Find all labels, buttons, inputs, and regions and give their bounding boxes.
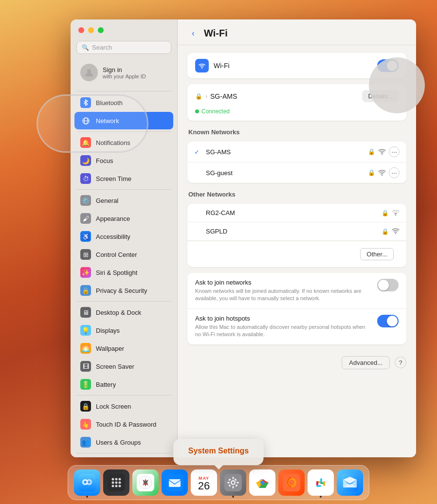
ask-join-toggle[interactable] <box>377 279 399 291</box>
main-content: ‹ Wi-Fi Wi-Fi <box>178 19 416 457</box>
dock-slack[interactable] <box>308 469 334 496</box>
sidebar-item-label: Touch ID & Password <box>96 421 156 428</box>
close-button[interactable] <box>78 27 84 33</box>
bluetooth-icon <box>80 97 91 108</box>
help-button[interactable]: ? <box>395 357 406 368</box>
known-network-row[interactable]: ✓ SG-AMS 🔒 ··· <box>187 142 406 162</box>
sidebar-item-label: Displays <box>96 327 120 334</box>
siri-icon: ✨ <box>80 267 91 278</box>
sidebar-item-accessibility[interactable]: ♿ Accessibility <box>74 228 173 245</box>
sidebar-item-battery[interactable]: 🔋 Battery <box>74 376 173 393</box>
users-icon: 👥 <box>80 437 91 448</box>
other-network-row[interactable]: ✓ RG2-CAM 🔒 <box>187 204 406 222</box>
dock-finder[interactable] <box>74 469 100 496</box>
minimize-button[interactable] <box>88 27 94 33</box>
network-row-icons: 🔒 ··· <box>368 146 400 157</box>
network-name: SG-AMS <box>206 148 231 156</box>
network-row-icons: 🔒 ··· <box>368 167 400 178</box>
dock-firefox[interactable] <box>278 469 305 496</box>
sidebar-item-label: Users & Groups <box>96 439 141 446</box>
sidebar-item-screentime[interactable]: ⏱ Screen Time <box>74 170 173 187</box>
dock: MAY 26 <box>68 465 369 500</box>
network-name: RG2-CAM <box>206 209 235 216</box>
search-input[interactable]: Search <box>92 44 112 51</box>
more-button[interactable]: ··· <box>389 167 400 178</box>
other-network-button[interactable]: Other... <box>360 248 394 260</box>
known-networks-list: ✓ SG-AMS 🔒 ··· <box>187 142 406 183</box>
sidebar-item-notifications[interactable]: 🔔 Notifications <box>74 134 173 151</box>
touchid-icon: 👆 <box>80 419 91 430</box>
sidebar-item-displays[interactable]: 💡 Displays <box>74 322 173 339</box>
sidebar-item-desktop[interactable]: 🖥 Desktop & Dock <box>74 304 173 321</box>
apple-id-item[interactable]: Sign in with your Apple ID <box>74 60 173 85</box>
dock-calendar[interactable]: MAY 26 <box>191 469 217 496</box>
sidebar-item-bluetooth[interactable]: Bluetooth <box>74 94 173 111</box>
svg-rect-55 <box>323 481 325 486</box>
svg-rect-31 <box>169 479 181 487</box>
ask-hotspot-toggle[interactable] <box>377 315 399 327</box>
search-box[interactable]: 🔍 Search <box>76 41 171 54</box>
bottom-actions: Advanced... ? <box>178 352 416 377</box>
wifi-toggle[interactable] <box>377 59 399 72</box>
svg-point-4 <box>201 68 202 69</box>
sidebar-item-screensaver[interactable]: 🎞 Screen Saver <box>74 358 173 375</box>
avatar <box>80 64 98 81</box>
connected-text: Connected <box>201 108 230 115</box>
sidebar-item-label: Battery <box>96 381 116 388</box>
ask-hotspot-item: Ask to join hotspots Allow this Mac to a… <box>187 309 406 344</box>
sidebar-item-focus[interactable]: 🌙 Focus <box>74 152 173 169</box>
sidebar-item-controlcenter[interactable]: ⊞ Control Center <box>74 246 173 263</box>
ask-join-text: Ask to join networks Known networks will… <box>195 279 369 303</box>
sidebar-item-privacy[interactable]: 🔒 Privacy & Security <box>74 282 173 299</box>
network-name: SG-guest <box>206 169 233 177</box>
maximize-button[interactable] <box>98 27 104 33</box>
notifications-icon: 🔔 <box>80 137 91 148</box>
svg-point-49 <box>289 480 294 486</box>
current-network-name: SG-AMS <box>210 92 237 100</box>
other-networks-list: ✓ RG2-CAM 🔒 <box>187 204 406 267</box>
sidebar-item-appearance[interactable]: 🖌 Appearance <box>74 210 173 227</box>
ask-join-networks-item: Ask to join networks Known networks will… <box>187 273 406 309</box>
details-button[interactable]: Details... <box>362 90 399 102</box>
dock-airmail[interactable] <box>337 469 363 496</box>
svg-point-19 <box>115 482 118 484</box>
advanced-button[interactable]: Advanced... <box>342 356 390 369</box>
other-networks-title: Other Networks <box>187 191 406 198</box>
sidebar-item-lockscreen[interactable]: 🔒 Lock Screen <box>74 397 173 415</box>
content-header: ‹ Wi-Fi <box>178 19 416 45</box>
other-network-row[interactable]: ✓ SGPLD 🔒 <box>187 222 406 241</box>
sidebar-item-label: Notifications <box>96 139 130 146</box>
accessibility-icon: ♿ <box>80 231 91 242</box>
sidebar-item-network[interactable]: Network <box>74 112 173 129</box>
network-name: SGPLD <box>206 228 227 235</box>
appearance-icon: 🖌 <box>80 213 91 224</box>
sidebar-item-siri[interactable]: ✨ Siri & Spotlight <box>74 264 173 281</box>
svg-rect-38 <box>237 482 239 484</box>
battery-icon: 🔋 <box>80 379 91 390</box>
sidebar-item-label-network: Network <box>96 117 119 125</box>
ask-join-title: Ask to join networks <box>195 279 369 286</box>
sidebar-item-label: General <box>96 197 118 204</box>
svg-point-20 <box>119 482 121 484</box>
dock-safari[interactable] <box>132 469 159 496</box>
lock-icon: 🔒 <box>382 228 389 235</box>
dock-launchpad[interactable] <box>103 469 129 496</box>
svg-point-17 <box>119 478 121 481</box>
svg-point-7 <box>395 215 396 216</box>
svg-point-21 <box>112 485 114 487</box>
more-button[interactable]: ··· <box>389 146 400 157</box>
known-network-row[interactable]: ✓ SG-guest 🔒 ··· <box>187 162 406 183</box>
sidebar-item-label: Lock Screen <box>96 403 131 410</box>
connected-row: Connected <box>187 108 406 121</box>
sidebar-item-passwords[interactable]: 🔑 Passwords <box>74 455 173 457</box>
dock-chrome[interactable] <box>249 469 275 496</box>
back-button[interactable]: ‹ <box>187 27 199 39</box>
sidebar-item-touchid[interactable]: 👆 Touch ID & Password <box>74 415 173 433</box>
dock-mail[interactable] <box>162 469 188 496</box>
lock-icon: 🔒 <box>368 148 375 155</box>
sidebar-item-users[interactable]: 👥 Users & Groups <box>74 433 173 451</box>
page-title: Wi-Fi <box>204 28 228 39</box>
dock-system-settings[interactable] <box>220 469 246 496</box>
sidebar-item-wallpaper[interactable]: 🌅 Wallpaper <box>74 340 173 357</box>
sidebar-item-general[interactable]: ⚙️ General <box>74 192 173 209</box>
